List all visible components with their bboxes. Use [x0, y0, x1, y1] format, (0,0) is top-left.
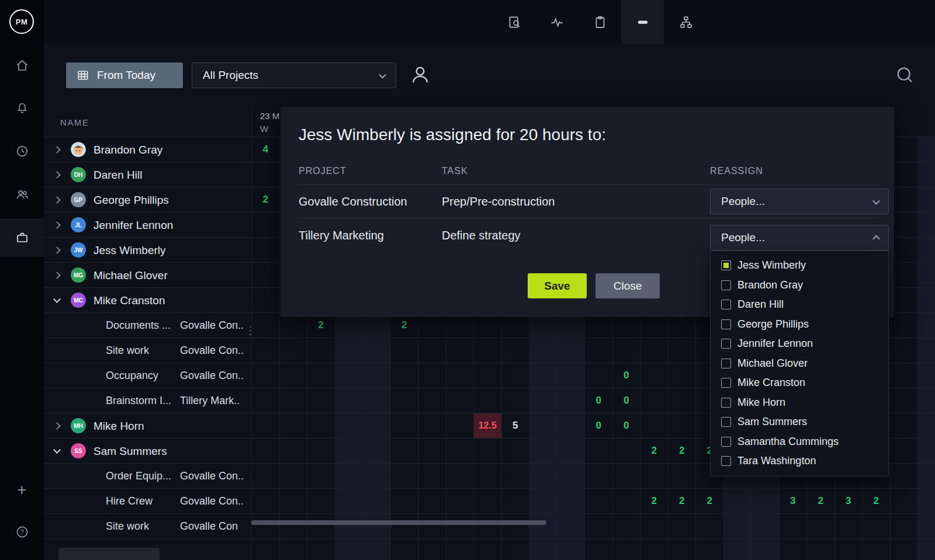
- grid-cell[interactable]: [474, 338, 502, 363]
- grid-cell[interactable]: [474, 539, 502, 560]
- grid-cell[interactable]: [669, 539, 697, 560]
- grid-cell[interactable]: [307, 363, 335, 388]
- chevron-right-icon[interactable]: [53, 221, 61, 229]
- grid-cell[interactable]: [669, 464, 697, 488]
- grid-cell[interactable]: [529, 439, 557, 463]
- notifications-bell-icon[interactable]: [0, 89, 44, 127]
- grid-cell[interactable]: [557, 439, 586, 463]
- grid-cell[interactable]: [807, 539, 835, 560]
- grid-cell[interactable]: [891, 187, 919, 212]
- grid-cell[interactable]: [502, 388, 530, 413]
- checkbox-icon[interactable]: [721, 456, 731, 466]
- grid-cell[interactable]: [280, 489, 308, 513]
- grid-cell[interactable]: 0: [585, 413, 613, 438]
- grid-cell[interactable]: [752, 489, 780, 513]
- grid-cell[interactable]: [891, 137, 919, 162]
- grid-cell[interactable]: 2: [669, 439, 697, 463]
- grid-cell[interactable]: [474, 489, 502, 513]
- grid-cell[interactable]: 2: [863, 489, 891, 513]
- grid-cell[interactable]: [891, 439, 919, 463]
- people-option[interactable]: Samantha Cummings: [711, 432, 888, 452]
- chevron-right-icon[interactable]: [53, 171, 61, 179]
- grid-cell[interactable]: [335, 464, 363, 488]
- grid-cell[interactable]: [918, 338, 935, 363]
- grid-cell[interactable]: [529, 388, 557, 413]
- people-option[interactable]: Tara Washington: [711, 451, 888, 471]
- grid-cell[interactable]: [918, 439, 935, 463]
- grid-cell[interactable]: [307, 388, 335, 413]
- grid-cell[interactable]: [529, 464, 557, 488]
- grid-cell[interactable]: [280, 514, 308, 538]
- activity-pulse-icon[interactable]: [535, 0, 578, 44]
- grid-cell[interactable]: [335, 363, 363, 388]
- person-row[interactable]: Brandon Gray: [44, 137, 251, 162]
- grid-cell[interactable]: 2: [252, 187, 280, 212]
- grid-cell[interactable]: [891, 464, 919, 488]
- team-icon[interactable]: [0, 175, 44, 214]
- projects-filter-select[interactable]: All Projects: [192, 62, 396, 88]
- grid-cell[interactable]: [640, 514, 669, 538]
- grid-cell[interactable]: [918, 464, 935, 488]
- chevron-right-icon[interactable]: [53, 146, 61, 154]
- grid-cell[interactable]: [891, 338, 919, 363]
- person-row[interactable]: MGMichael Glover: [44, 263, 251, 288]
- grid-cell[interactable]: [669, 338, 697, 363]
- grid-cell[interactable]: 0: [613, 413, 641, 438]
- add-plus-icon[interactable]: +: [0, 471, 44, 509]
- grid-cell[interactable]: [918, 539, 935, 560]
- reassign-people-select[interactable]: People...: [710, 225, 889, 251]
- grid-cell[interactable]: [529, 539, 557, 560]
- chevron-right-icon[interactable]: [53, 422, 61, 430]
- grid-cell[interactable]: [585, 514, 613, 538]
- grid-cell[interactable]: [391, 338, 419, 363]
- help-icon[interactable]: ?: [0, 513, 44, 551]
- checkbox-icon[interactable]: [721, 280, 731, 290]
- grid-cell[interactable]: [557, 388, 586, 413]
- grid-cell[interactable]: [640, 338, 669, 363]
- grid-cell[interactable]: 2: [807, 489, 835, 513]
- grid-cell[interactable]: [752, 514, 780, 538]
- grid-cell[interactable]: [474, 388, 502, 413]
- checkbox-icon[interactable]: [721, 339, 731, 349]
- grid-cell[interactable]: [391, 539, 419, 560]
- grid-cell[interactable]: [918, 413, 935, 438]
- grid-cell[interactable]: [418, 464, 446, 488]
- grid-cell[interactable]: [918, 313, 935, 338]
- grid-cell[interactable]: [891, 388, 919, 413]
- grid-cell[interactable]: [585, 489, 613, 513]
- grid-cell[interactable]: [640, 413, 669, 438]
- grid-cell[interactable]: 0: [613, 388, 641, 413]
- grid-cell[interactable]: [418, 439, 446, 463]
- grid-cell[interactable]: [557, 489, 586, 513]
- grid-cell[interactable]: [696, 514, 724, 538]
- people-option[interactable]: Brandon Gray: [711, 276, 888, 295]
- grid-cell[interactable]: [891, 489, 919, 513]
- grid-cell[interactable]: [891, 363, 919, 388]
- grid-cell[interactable]: [418, 388, 446, 413]
- grid-cell[interactable]: [918, 187, 935, 212]
- grid-cell[interactable]: [807, 514, 835, 538]
- grid-cell[interactable]: [557, 514, 586, 538]
- document-search-icon[interactable]: [493, 0, 535, 44]
- workload-bar-icon[interactable]: [621, 0, 664, 44]
- people-option[interactable]: Jess Wimberly: [711, 256, 888, 276]
- pm-logo[interactable]: PM: [9, 9, 34, 34]
- chevron-down-icon[interactable]: [53, 447, 61, 455]
- people-option[interactable]: Mike Cranston: [711, 373, 888, 393]
- grid-cell[interactable]: [502, 464, 530, 488]
- grid-cell[interactable]: [891, 539, 919, 560]
- checkbox-icon[interactable]: [721, 398, 731, 408]
- chevron-right-icon[interactable]: [53, 272, 61, 280]
- grid-cell[interactable]: [835, 539, 863, 560]
- grid-cell[interactable]: [280, 388, 308, 413]
- grid-cell[interactable]: [391, 363, 419, 388]
- grid-cell[interactable]: [335, 539, 363, 560]
- grid-cell[interactable]: [391, 413, 419, 438]
- close-button[interactable]: Close: [595, 273, 660, 298]
- grid-cell[interactable]: [557, 413, 586, 438]
- horizontal-scrollbar[interactable]: [251, 520, 546, 525]
- person-icon[interactable]: [409, 64, 431, 86]
- grid-cell[interactable]: [363, 489, 391, 513]
- grid-cell[interactable]: [891, 313, 919, 338]
- grid-cell[interactable]: [363, 439, 391, 463]
